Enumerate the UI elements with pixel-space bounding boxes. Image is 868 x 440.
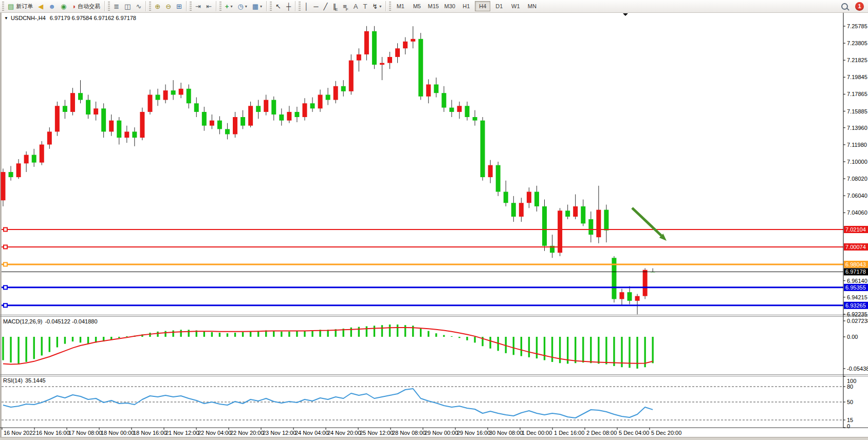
- add-indicators-button[interactable]: +▾: [223, 0, 235, 12]
- axis-label: 0: [847, 423, 850, 429]
- timeframe-button-mn[interactable]: MN: [524, 1, 540, 11]
- macd-name: MACD(12,26,9): [3, 318, 42, 324]
- axis-label: 50: [847, 399, 853, 405]
- axis-label: 7.25785: [847, 23, 867, 29]
- candle: [357, 54, 361, 61]
- cursor-button[interactable]: ↖: [273, 0, 284, 12]
- toolbar-drag-handle: [389, 2, 391, 11]
- candle: [441, 93, 446, 107]
- timeframe-button-m30[interactable]: M30: [442, 1, 457, 11]
- toolbar-separator: [295, 1, 296, 11]
- line-chart-button[interactable]: ∿: [133, 0, 144, 12]
- equidistant-channel-button-letter: E: [335, 7, 338, 12]
- hline-anchor[interactable]: [4, 262, 7, 266]
- candle: [163, 90, 168, 100]
- chart-symbol-title[interactable]: ▼ USDCNH-,H4 6.97179 6.97584 6.97162 6.9…: [4, 15, 136, 21]
- axis-label: 7.19845: [847, 74, 867, 80]
- new-order-button[interactable]: ▤新订单: [5, 0, 35, 12]
- zoom-out-button[interactable]: ⊖: [163, 0, 174, 12]
- toolbar-drag-handle: [219, 2, 221, 11]
- trendline-icon: ╱: [324, 3, 328, 10]
- community-button[interactable]: ☻: [46, 0, 58, 12]
- price-label: 6.95355: [845, 284, 866, 291]
- hline-anchor[interactable]: [4, 227, 7, 231]
- sound-alert-button[interactable]: ◀: [35, 0, 46, 12]
- candle: [627, 292, 632, 301]
- candle: [210, 121, 214, 126]
- new-order-icon: ▤: [8, 3, 14, 10]
- horizontal-line-icon: ─: [313, 3, 318, 10]
- candle: [426, 84, 431, 96]
- candle: [248, 106, 253, 125]
- time-label: 2 Dec 08:00: [586, 430, 617, 436]
- price-label: 7.00074: [845, 244, 866, 250]
- horizontal-line-button[interactable]: ─: [311, 0, 321, 12]
- time-label: 29 Nov 16:00: [457, 430, 490, 436]
- candle: [24, 155, 29, 164]
- time-label: 1 Dec 00:00: [522, 430, 552, 436]
- timeframe-button-d1[interactable]: D1: [491, 1, 507, 11]
- candle: [411, 39, 415, 42]
- equidistant-channel-button[interactable]: ∥E: [330, 0, 340, 12]
- hline-anchor[interactable]: [4, 303, 7, 307]
- text-label-button[interactable]: T: [360, 0, 370, 12]
- bar-chart-button[interactable]: ≣: [111, 0, 122, 12]
- time-label: 24 Nov 04:00: [295, 430, 328, 436]
- candle: [395, 48, 400, 57]
- time-label: 17 Nov 08:00: [68, 430, 102, 436]
- templates-button[interactable]: ▦▾: [250, 0, 265, 12]
- timeframe-button-m1[interactable]: M1: [393, 1, 408, 11]
- candlestick-chart-button[interactable]: ◫: [122, 0, 133, 12]
- chevron-down-icon: ▾: [379, 4, 381, 9]
- candle: [147, 95, 152, 112]
- axis-label: 7.04060: [847, 209, 867, 216]
- zoom-in-button[interactable]: ⊕: [152, 0, 163, 12]
- trendline-button[interactable]: ╱: [321, 0, 330, 12]
- candle: [481, 121, 485, 177]
- auto-scroll-button[interactable]: ⇤: [204, 0, 214, 12]
- timeframe-button-w1[interactable]: W1: [508, 1, 523, 11]
- window-bottom-strip: [0, 437, 868, 440]
- periods-icon: ◷: [237, 3, 243, 10]
- new-order-button-label: 新订单: [16, 3, 33, 10]
- hline-anchor[interactable]: [4, 245, 7, 248]
- signals-button[interactable]: ◉: [58, 0, 69, 12]
- time-label: 25 Nov 12:00: [360, 430, 393, 436]
- time-label: 5 Dec 20:00: [651, 430, 681, 436]
- search-icon[interactable]: [841, 3, 848, 10]
- axis-label: 7.08020: [847, 176, 867, 182]
- axis-label: 0.00: [847, 334, 858, 340]
- templates-icon: ▦: [252, 3, 258, 10]
- vertical-line-button[interactable]: │: [302, 0, 311, 12]
- timeframe-button-m5[interactable]: M5: [409, 1, 424, 11]
- tile-windows-button[interactable]: ⊞: [174, 0, 184, 12]
- candle: [1, 172, 6, 200]
- candle: [310, 103, 315, 108]
- candle: [403, 42, 408, 48]
- arrows-button[interactable]: ↯▾: [370, 0, 384, 12]
- periods-button[interactable]: ◷▾: [235, 0, 249, 12]
- crosshair-button[interactable]: ┼: [284, 0, 293, 12]
- chart-dropdown-icon[interactable]: ▼: [4, 16, 8, 21]
- candle: [473, 117, 477, 121]
- chart-shift-button[interactable]: ⇥: [193, 0, 204, 12]
- timeframe-button-h4[interactable]: H4: [475, 1, 490, 11]
- candle: [233, 117, 237, 134]
- candle: [40, 145, 44, 163]
- autotrading-button[interactable]: ◑自动交易: [69, 0, 103, 12]
- timeframe-button-h1[interactable]: H1: [458, 1, 474, 11]
- candle: [101, 108, 106, 131]
- candle: [47, 131, 52, 144]
- toolbar-separator: [145, 1, 146, 11]
- toolbar-drag-handle: [149, 2, 151, 11]
- line-chart-icon: ∿: [136, 3, 141, 10]
- axis-label: 7.06040: [847, 193, 867, 199]
- timeframe-button-m15[interactable]: M15: [426, 1, 441, 11]
- price-chart[interactable]: 7.257857.238057.218257.198457.178657.158…: [0, 13, 868, 440]
- price-label: 6.97178: [845, 269, 866, 275]
- fibonacci-button[interactable]: ≡F: [340, 0, 350, 12]
- text-button[interactable]: A: [351, 0, 361, 12]
- notification-badge[interactable]: 1: [855, 2, 864, 11]
- candle: [588, 219, 593, 235]
- hline-anchor[interactable]: [4, 285, 7, 289]
